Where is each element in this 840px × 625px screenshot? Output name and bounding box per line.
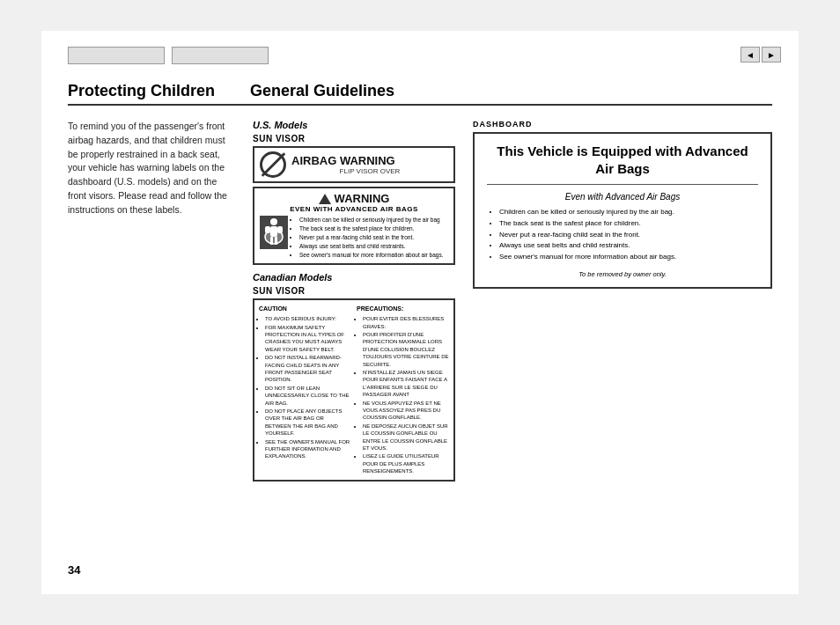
caution-fr-4: NE VOUS APPUYEZ PAS ET NE VOUS ASSOYEZ P… [363, 400, 449, 422]
airbag-main-text: AIRBAG WARNING [291, 154, 448, 168]
us-models-label: U.S. Models [253, 120, 455, 130]
canadian-section: Canadian Models SUN VISOR CAUTION TO AVO… [253, 272, 455, 482]
flip-visor-text: FLIP VISOR OVER [291, 167, 448, 175]
prev-button[interactable]: ◄ [741, 47, 760, 62]
warning-content: Children can be killed or seriously inju… [260, 216, 448, 260]
svg-point-0 [270, 218, 277, 225]
caution-french: PRECAUTIONS: POUR EVITER DES BLESSURES G… [357, 305, 449, 475]
caution-fr-list: POUR EVITER DES BLESSURES GRAVES: POUR P… [357, 315, 449, 474]
caution-en-5: DO NOT PLACE ANY OBJECTS OVER THE AIR BA… [265, 408, 351, 438]
dashboard-bullet-3: Never put a rear-facing child seat in th… [499, 230, 758, 241]
caution-english: CAUTION TO AVOID SERIOUS INJURY: FOR MAX… [259, 305, 351, 475]
caution-fr-1: POUR EVITER DES BLESSURES GRAVES: [363, 315, 449, 330]
warning-box: WARNING EVEN WITH ADVANCED AIR BAGS [253, 187, 455, 265]
dashboard-bullet-4: Always use seat belts and child restrain… [499, 240, 758, 252]
warning-bullet-3: Never put a rear-facing child seat in th… [299, 233, 448, 241]
caution-en-4: DO NOT SIT OR LEAN UNNECESSARILY CLOSE T… [265, 385, 351, 407]
caution-en-header: CAUTION [259, 305, 351, 313]
caution-bilingual-box: CAUTION TO AVOID SERIOUS INJURY: FOR MAX… [253, 298, 455, 482]
person-airbag-icon [260, 216, 288, 249]
intro-text-column: To remind you of the passenger's front a… [68, 120, 235, 482]
nav-buttons: ◄ ► [741, 47, 781, 62]
next-button[interactable]: ► [762, 47, 781, 62]
canadian-models-label: Canadian Models [253, 272, 455, 283]
sun-visor-label-ca: SUN VISOR [253, 286, 455, 296]
dashboard-bullet-2: The back seat is the safest place for ch… [499, 218, 758, 230]
caution-en-1: TO AVOID SERIOUS INJURY: [265, 315, 351, 322]
sun-visor-label-us: SUN VISOR [253, 134, 455, 143]
caution-fr-5: NE DEPOSEZ AUCUN OBJET SUR LE COUSSIN GO… [363, 423, 449, 452]
tab-buttons [68, 47, 269, 64]
svg-point-6 [265, 230, 283, 244]
page-title-2: General Guidelines [250, 82, 394, 100]
warning-bullet-5: See owner's manual for more information … [299, 251, 448, 259]
warning-bullet-4: Always use seat belts and child restrain… [299, 242, 448, 250]
dashboard-box: This Vehicle is Equipped with Advanced A… [473, 132, 772, 289]
page-title-1: Protecting Children [68, 82, 215, 100]
airbag-warning-box: AIRBAG WARNING FLIP VISOR OVER [253, 146, 455, 183]
caution-en-2: FOR MAXIMUM SAFETY PROTECTION IN ALL TYP… [265, 324, 351, 354]
warning-triangle-icon [319, 194, 331, 204]
tab-button-2[interactable] [172, 47, 269, 64]
dashboard-title: This Vehicle is Equipped with Advanced A… [487, 143, 758, 185]
labels-column: U.S. Models SUN VISOR AIRBAG WARNING FLI… [253, 120, 455, 482]
no-symbol-icon [260, 151, 286, 178]
caution-fr-header: PRECAUTIONS: [357, 305, 449, 313]
warning-bullet-1: Children can be killed or seriously inju… [299, 216, 448, 224]
warning-title: WARNING [335, 192, 390, 205]
manual-page: ◄ ► Protecting Children General Guidelin… [41, 31, 799, 594]
caution-en-3: DO NOT INSTALL REARWARD-FACING CHILD SEA… [265, 354, 351, 384]
caution-en-6: SEE THE OWNER'S MANUAL FOR FURTHER INFOR… [265, 438, 351, 460]
dashboard-subtitle: Even with Advanced Air Bags [487, 192, 758, 202]
caution-fr-2: POUR PROFITER D'UNE PROTECTION MAXIMALE … [363, 331, 449, 368]
tab-button-1[interactable] [68, 47, 165, 64]
caution-en-list: TO AVOID SERIOUS INJURY: FOR MAXIMUM SAF… [259, 315, 351, 460]
warning-subheader: EVEN WITH ADVANCED AIR BAGS [260, 205, 448, 213]
caution-fr-6: LISEZ LE GUIDE UTILISATEUR POUR DE PLUS … [363, 452, 449, 474]
dashboard-column: DASHBOARD This Vehicle is Equipped with … [473, 120, 772, 482]
warning-bullets: Children can be killed or seriously inju… [294, 216, 448, 260]
warning-header: WARNING [260, 192, 448, 205]
warning-bullet-2: The back seat is the safest place for ch… [299, 224, 448, 232]
dashboard-bullets: Children can be killed or seriously inju… [487, 207, 758, 263]
intro-paragraph: To remind you of the passenger's front a… [68, 120, 235, 217]
warning-icon-area [260, 216, 291, 260]
dashboard-bullet-1: Children can be killed or seriously inju… [499, 207, 758, 218]
page-number: 34 [68, 563, 80, 577]
page-content: To remind you of the passenger's front a… [68, 120, 772, 482]
page-header: Protecting Children General Guidelines [68, 82, 772, 106]
airbag-text: AIRBAG WARNING FLIP VISOR OVER [291, 154, 448, 176]
dashboard-label: DASHBOARD [473, 120, 772, 129]
dashboard-note: To be removed by owner only. [487, 270, 758, 278]
dashboard-bullet-5: See owner's manual for more information … [499, 252, 758, 263]
caution-fr-3: N'INSTALLEZ JAMAIS UN SIEGE POUR ENFANTS… [363, 369, 449, 399]
